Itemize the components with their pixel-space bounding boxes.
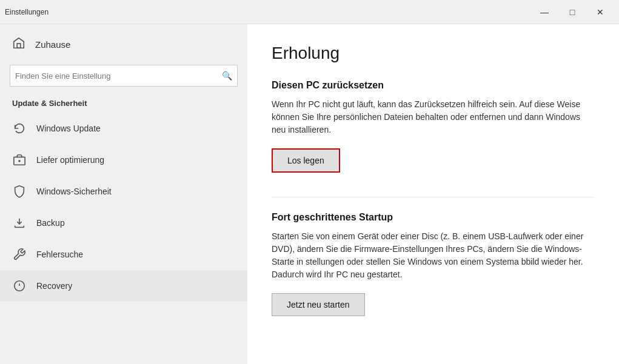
minimize-button[interactable]: — [530,2,558,22]
maximize-button[interactable]: □ [558,2,586,22]
sidebar: Zuhause 🔍 Update & Sicherheit Windows Up… [0,24,247,364]
recovery-icon [12,279,27,293]
sidebar-item-windows-security[interactable]: Windows-Sicherheit [0,176,247,207]
restart-button[interactable]: Jetzt neu starten [272,293,365,316]
sidebar-item-home[interactable]: Zuhause [0,29,247,60]
sidebar-item-windows-update[interactable]: Windows Update [0,113,247,144]
sidebar-item-delivery-optimization[interactable]: Liefer optimierung [0,144,247,176]
reset-section-desc: Wenn Ihr PC nicht gut läuft, kann das Zu… [272,98,595,136]
sidebar-item-security-label: Windows-Sicherheit [36,187,112,196]
search-icon: 🔍 [222,71,232,81]
reset-section-title: Diesen PC zurücksetzen [272,80,595,91]
wrench-icon [12,247,27,262]
home-icon [12,36,25,53]
close-button[interactable]: ✕ [586,2,614,22]
main-container: Zuhause 🔍 Update & Sicherheit Windows Up… [0,24,619,364]
section-label: Update & Sicherheit [0,91,247,113]
sidebar-item-troubleshoot-label: Fehlersuche [36,250,83,259]
delivery-icon [12,153,27,167]
divider [272,197,595,197]
advanced-section-title: Fort geschrittenes Startup [272,212,595,223]
search-box: 🔍 [10,65,238,87]
titlebar: Einstellungen — □ ✕ [0,0,619,24]
sidebar-item-recovery-label: Recovery [36,281,72,291]
sidebar-item-backup-label: Backup [36,218,65,228]
update-icon [12,121,27,136]
app-title: Einstellungen [5,8,49,16]
search-input[interactable] [15,71,222,81]
sidebar-item-windows-update-label: Windows Update [36,124,101,133]
backup-icon [12,216,27,230]
sidebar-item-troubleshoot[interactable]: Fehlersuche [0,239,247,270]
reset-button[interactable]: Los legen [272,148,340,173]
shield-icon [12,184,27,199]
window-controls: — □ ✕ [530,2,614,22]
content-area: Erholung Diesen PC zurücksetzen Wenn Ihr… [247,24,619,364]
svg-rect-0 [17,44,21,48]
search-container: 🔍 [0,60,247,91]
advanced-section-desc: Starten Sie von einem Gerät oder einer D… [272,230,595,281]
sidebar-item-recovery[interactable]: Recovery [0,270,247,302]
sidebar-item-backup[interactable]: Backup [0,207,247,239]
sidebar-item-delivery-label: Liefer optimierung [36,155,104,165]
home-label: Zuhause [35,39,70,50]
page-title: Erholung [272,44,595,63]
